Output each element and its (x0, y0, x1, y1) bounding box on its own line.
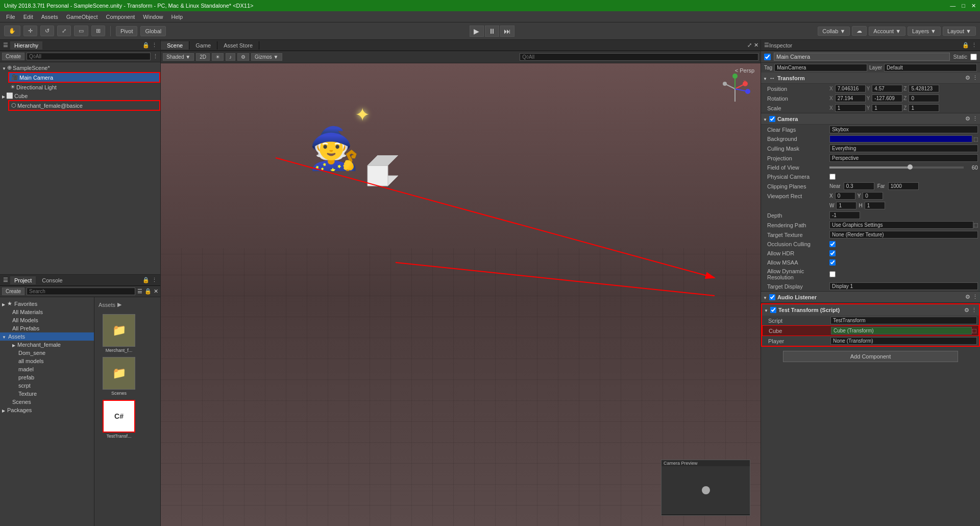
tree-scrpt[interactable]: scrpt (0, 381, 94, 390)
menu-file[interactable]: File (2, 13, 19, 21)
tree-prefab[interactable]: prefab (0, 373, 94, 381)
maximize-button[interactable]: □ (962, 3, 965, 9)
project-close[interactable]: ✕ (154, 288, 158, 295)
object-name-input[interactable]: Main Camera (774, 53, 950, 61)
transform-settings-icon[interactable]: ⚙ (965, 75, 970, 81)
test-transform-settings-icon[interactable]: ⚙ (964, 307, 969, 314)
tree-dom-sene[interactable]: Dom_sene (0, 349, 94, 357)
camera-settings-icon[interactable]: ⚙ (965, 115, 970, 122)
cube-value-field[interactable]: Cube (Transform) (831, 327, 972, 334)
hierarchy-maincamera[interactable]: 🎥 Main Camera (8, 72, 160, 83)
tree-all-materials[interactable]: All Materials (0, 308, 94, 316)
test-transform-header[interactable]: Test Transform (Script) ⚙ ⋮ (762, 304, 979, 316)
hierarchy-search-input[interactable] (27, 53, 151, 60)
audio-listener-checkbox[interactable] (769, 294, 775, 300)
hierarchy-menu-icon[interactable]: ⋮ (152, 42, 157, 49)
camera-header[interactable]: Camera ⚙ ⋮ (761, 113, 980, 125)
project-search-input[interactable] (27, 288, 135, 295)
fov-slider[interactable] (829, 166, 964, 169)
audio-listener-menu-icon[interactable]: ⋮ (972, 294, 978, 300)
allow-msaa-checkbox[interactable] (829, 259, 836, 266)
static-checkbox[interactable] (970, 54, 977, 60)
menu-gameobject[interactable]: GameObject (62, 13, 102, 21)
rotation-y[interactable] (872, 94, 902, 102)
shading-mode-button[interactable]: Shaded ▼ (163, 53, 194, 61)
target-texture-field[interactable]: None (Render Texture) (829, 231, 978, 238)
menu-help[interactable]: Help (167, 13, 187, 21)
player-value-field[interactable]: None (Transform) (830, 337, 977, 345)
tab-asset-store[interactable]: Asset Store (217, 41, 259, 50)
tree-madel[interactable]: madel (0, 365, 94, 373)
position-z[interactable] (909, 85, 939, 92)
tree-all-models2[interactable]: all models (0, 357, 94, 365)
test-transform-enabled-checkbox[interactable] (770, 307, 776, 313)
rect-tool[interactable]: ▭ (74, 26, 88, 36)
camera-enabled-checkbox[interactable] (769, 116, 775, 122)
projection-dropdown[interactable]: Perspective (829, 154, 978, 162)
test-transform-menu-icon[interactable]: ⋮ (971, 307, 977, 314)
project-options[interactable]: ☰ (137, 288, 142, 295)
hierarchy-samplescene[interactable]: ⊕ SampleScene* (0, 63, 160, 72)
menu-window[interactable]: Window (139, 13, 167, 21)
menu-component[interactable]: Component (102, 13, 139, 21)
hierarchy-options[interactable]: ⋮ (153, 53, 158, 60)
collab-button[interactable]: Collab ▼ (818, 27, 850, 36)
scale-z[interactable] (909, 104, 939, 112)
close-button[interactable]: ✕ (971, 3, 976, 9)
asset-test-transform[interactable]: C# TestTransf... (99, 400, 139, 439)
tree-packages[interactable]: Packages (0, 406, 94, 414)
hierarchy-merchantfemale[interactable]: ⬡ Merchant_female@basice (8, 100, 160, 111)
move-tool[interactable]: ✛ (23, 26, 37, 36)
far-input[interactable] (888, 182, 919, 190)
vp-y[interactable] (863, 192, 883, 200)
account-button[interactable]: Account ▼ (869, 27, 905, 36)
physical-camera-checkbox[interactable] (829, 174, 836, 180)
layout-button[interactable]: Layout ▼ (943, 27, 976, 36)
audio-listener-header[interactable]: Audio Listener ⚙ ⋮ (761, 292, 980, 303)
add-component-button[interactable]: Add Component (783, 351, 958, 362)
project-tab[interactable]: Project (10, 276, 36, 284)
project-create-button[interactable]: Create (2, 288, 24, 295)
camera-menu-icon[interactable]: ⋮ (972, 115, 978, 122)
menu-edit[interactable]: Edit (19, 13, 37, 21)
tree-all-models[interactable]: All Models (0, 316, 94, 324)
scene-viewport[interactable]: < Persp X Y Z (161, 63, 761, 526)
allow-dynamic-resolution-checkbox[interactable] (829, 271, 836, 277)
pause-button[interactable]: ⏸ (485, 26, 499, 37)
script-field[interactable]: TestTransform (830, 317, 977, 324)
inspector-menu-icon[interactable]: ⋮ (971, 42, 977, 49)
asset-scenes-folder[interactable]: 📁 Scenes (99, 357, 139, 396)
hierarchy-directionallight[interactable]: ☀ Directional Light (8, 83, 160, 91)
rotation-x[interactable] (835, 94, 866, 102)
scene-close[interactable]: ✕ (754, 42, 758, 49)
title-bar-buttons[interactable]: — □ ✕ (950, 3, 976, 9)
vp-h[interactable] (865, 202, 885, 209)
position-y[interactable] (872, 85, 902, 92)
scale-tool[interactable]: ⤢ (57, 26, 71, 36)
clear-flags-dropdown[interactable]: Skybox (829, 126, 978, 133)
play-button[interactable]: ▶ (470, 26, 484, 37)
transform-header[interactable]: ↔ Transform ⚙ ⋮ (761, 73, 980, 84)
tab-game[interactable]: Game (189, 41, 217, 50)
layers-button[interactable]: Layers ▼ (908, 27, 941, 36)
gizmos-button[interactable]: Gizmos ▼ (251, 53, 282, 61)
hierarchy-lock-icon[interactable]: 🔒 (142, 42, 150, 49)
step-button[interactable]: ⏭ (500, 26, 514, 37)
audio-listener-settings-icon[interactable]: ⚙ (965, 294, 970, 300)
project-lock[interactable]: 🔒 (144, 288, 152, 295)
allow-hdr-checkbox[interactable] (829, 250, 836, 256)
hierarchy-create-button[interactable]: Create (2, 53, 24, 60)
hand-tool[interactable]: ✋ (4, 26, 20, 36)
background-eyedropper[interactable]: ⬚ (973, 136, 978, 142)
depth-input[interactable] (829, 211, 860, 219)
transform-tool[interactable]: ⊞ (91, 26, 105, 36)
tag-dropdown[interactable]: MainCamera (774, 64, 867, 71)
position-x[interactable] (835, 85, 866, 92)
fov-slider-thumb[interactable] (908, 164, 913, 170)
project-menu-icon[interactable]: ⋮ (152, 277, 157, 283)
pivot-button[interactable]: Pivot (116, 26, 137, 36)
culling-mask-dropdown[interactable]: Everything (829, 145, 978, 152)
fx-button[interactable]: ⚙ (237, 53, 249, 61)
lighting-button[interactable]: ☀ (212, 53, 224, 61)
rendering-path-dropdown[interactable]: Use Graphics Settings (829, 221, 973, 229)
